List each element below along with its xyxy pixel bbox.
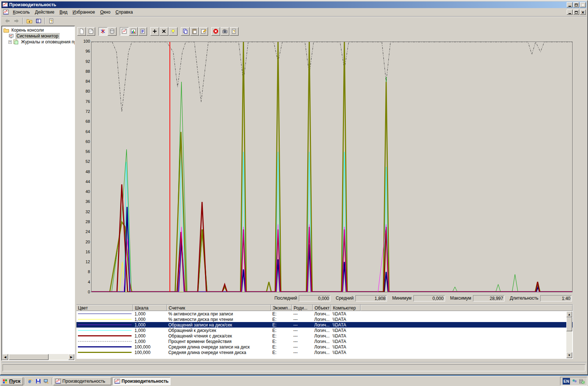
- internet-explorer-icon[interactable]: e: [26, 377, 34, 385]
- tree-item[interactable]: +Журналы и оповещения прои: [3, 39, 74, 45]
- scroll-right-button[interactable]: ▶: [68, 354, 74, 360]
- view-current-activity-button[interactable]: [98, 27, 107, 36]
- legend-counter-row[interactable]: 1,000Обращений чтения с диска/секE:---Ло…: [76, 333, 573, 339]
- scroll-down-button[interactable]: ▼: [566, 352, 572, 358]
- color-swatch: [76, 335, 133, 336]
- perfmon-icon: [114, 378, 120, 384]
- y-tick-label: 64: [76, 129, 90, 134]
- sysmon-toolbar: ?: [77, 26, 239, 36]
- new-counter-set-button[interactable]: [77, 27, 86, 36]
- legend-counter-row[interactable]: 1,000% активности диска при записиE:---Л…: [76, 311, 573, 317]
- window-title: Производительность: [9, 2, 56, 7]
- minimize-button[interactable]: [567, 2, 573, 7]
- series-333333: [92, 42, 572, 112]
- back-button[interactable]: [3, 17, 11, 25]
- tree-item-label[interactable]: Системный монитор: [16, 33, 59, 39]
- tree-item[interactable]: Корень консоли: [3, 27, 74, 33]
- computer-cell: \\DATA: [331, 322, 361, 328]
- instance-cell: E:: [271, 333, 292, 339]
- highlight-button[interactable]: [169, 27, 178, 36]
- database-activity-tray-icon[interactable]: [579, 378, 585, 384]
- mdi-minimize-button[interactable]: [567, 10, 573, 15]
- legend-vertical-scrollbar[interactable]: ▲ ▼: [566, 311, 572, 358]
- legend-counter-row[interactable]: 100,000Средняя длина очереди записи на д…: [76, 344, 573, 350]
- close-button[interactable]: ×: [580, 2, 586, 7]
- floppy-save-icon[interactable]: [34, 377, 42, 385]
- title-bar[interactable]: Производительность ×: [1, 1, 587, 8]
- tree-item-label[interactable]: Журналы и оповещения прои: [20, 39, 75, 44]
- console-tree-panel: Корень консолиСистемный монитор+Журналы …: [1, 26, 75, 361]
- legend-counter-row[interactable]: 1,000% активности диска при чтенииE:---Л…: [76, 317, 573, 322]
- y-tick-label: 48: [76, 169, 90, 174]
- legend-column-header[interactable]: Счетчик: [167, 305, 271, 311]
- parent-cell: ---: [292, 333, 313, 339]
- help-button[interactable]: ?: [47, 17, 55, 25]
- legend-column-header[interactable]: Цвет: [76, 305, 133, 311]
- legend-counter-row[interactable]: 1,000Процент времени бездействияE:---Лог…: [76, 339, 573, 344]
- start-button[interactable]: Пуск: [1, 377, 23, 385]
- stat-label: Максимум: [450, 296, 471, 301]
- menu-справка[interactable]: Справка: [113, 9, 135, 15]
- y-tick-label: 100: [76, 39, 90, 43]
- legend-counter-row[interactable]: 1,000Обращений записи на диск/секE:---Ло…: [76, 322, 573, 328]
- scale-cell: 1,000: [133, 317, 167, 322]
- expand-icon[interactable]: +: [8, 40, 12, 44]
- legend-column-header[interactable]: Роди...: [292, 305, 313, 311]
- perfmon-icon: [55, 378, 61, 384]
- scroll-left-button[interactable]: ◀: [2, 354, 8, 360]
- menu-консоль[interactable]: Консоль: [10, 9, 32, 15]
- sysmon-icon: [8, 33, 14, 39]
- view-histogram-button[interactable]: [129, 27, 138, 36]
- scroll-thumb[interactable]: [566, 317, 572, 331]
- forward-button[interactable]: [12, 17, 21, 25]
- legend-column-header[interactable]: Экземп...: [271, 305, 292, 311]
- tree-item[interactable]: Системный монитор: [3, 33, 74, 39]
- properties-button[interactable]: [199, 27, 208, 36]
- delete-counter-button[interactable]: [159, 27, 168, 36]
- legend-column-header[interactable]: Шкала: [133, 305, 167, 311]
- update-data-button[interactable]: [220, 27, 229, 36]
- taskbar-task-button[interactable]: Производительность: [112, 377, 171, 385]
- menu-избранное[interactable]: Избранное: [70, 9, 98, 15]
- tree-horizontal-scrollbar[interactable]: ◀ ▶: [2, 354, 74, 360]
- counter-cell: Обращений к диску/сек: [167, 328, 271, 333]
- scroll-up-button[interactable]: ▲: [566, 311, 572, 317]
- view-report-button[interactable]: [138, 27, 147, 36]
- view-graph-button[interactable]: [120, 27, 129, 36]
- legend-column-header[interactable]: Компьютер: [331, 305, 361, 311]
- copy-properties-button[interactable]: [181, 27, 190, 36]
- view-log-data-button[interactable]: [108, 27, 116, 36]
- scroll-thumb[interactable]: [9, 354, 49, 360]
- show-desktop-icon[interactable]: [42, 377, 50, 385]
- y-tick-label: 72: [76, 109, 90, 114]
- menu-действие[interactable]: Действие: [32, 9, 57, 15]
- series-8b0000: [92, 185, 572, 292]
- y-tick-label: 88: [76, 69, 90, 74]
- help2-button[interactable]: ?: [230, 27, 239, 36]
- freeze-display-button[interactable]: [211, 27, 220, 36]
- paste-counter-list-button[interactable]: [190, 27, 199, 36]
- parent-cell: ---: [292, 350, 313, 355]
- menu-вид[interactable]: Вид: [57, 9, 70, 15]
- add-counters-button[interactable]: [150, 27, 159, 36]
- y-tick-label: 60: [76, 139, 90, 144]
- mdi-restore-button[interactable]: [573, 10, 579, 15]
- stat-value: 28,997: [473, 295, 505, 301]
- legend-counter-row[interactable]: 100,000Средняя длина очереди чтения диск…: [76, 350, 573, 355]
- mdi-close-button[interactable]: ×: [580, 10, 586, 15]
- y-tick-label: 52: [76, 159, 90, 164]
- up-one-level-button[interactable]: [25, 17, 33, 25]
- tree-item-label[interactable]: Корень консоли: [11, 28, 44, 33]
- language-indicator[interactable]: EN: [563, 378, 570, 385]
- clear-display-button[interactable]: [86, 27, 95, 36]
- show-hide-tree-button[interactable]: [34, 17, 43, 25]
- menu-окно[interactable]: Окно: [97, 9, 113, 15]
- restore-button[interactable]: [573, 2, 579, 7]
- legend-counter-row[interactable]: 1,000Обращений к диску/секE:---Логич...\…: [76, 328, 573, 333]
- system-monitor-pane: ? 10096928884807672686460565248444036322…: [76, 26, 587, 361]
- terminal-users-tray-icon[interactable]: [571, 378, 577, 384]
- svg-text:?: ?: [233, 30, 235, 34]
- taskbar-task-button[interactable]: Производительность: [53, 377, 111, 385]
- legend-column-header[interactable]: Объект: [313, 305, 331, 311]
- instance-cell: E:: [271, 311, 292, 317]
